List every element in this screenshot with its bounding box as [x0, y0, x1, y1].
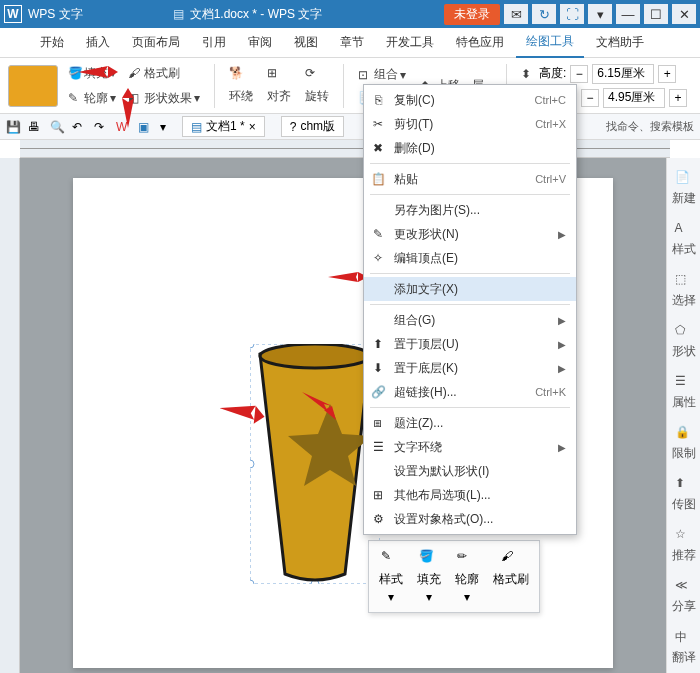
mini-format-painter[interactable]: 🖌格式刷 [487, 545, 535, 608]
side-style[interactable]: A样式 [672, 221, 696, 258]
maximize-button[interactable]: ☐ [644, 4, 668, 24]
ctx-组合G[interactable]: 组合(G)▶ [364, 308, 576, 332]
search-hint[interactable]: 找命令、搜索模板 [606, 119, 694, 134]
ctx-设置对象格式[interactable]: ⚙设置对象格式(O)... [364, 507, 576, 531]
preview-icon[interactable]: 🔍 [50, 120, 64, 134]
tab-drawing-tools[interactable]: 绘图工具 [516, 27, 584, 58]
side-rec[interactable]: ☆推荐 [672, 527, 696, 564]
ctx-更改形状N[interactable]: ✎更改形状(N)▶ [364, 222, 576, 246]
redo-icon[interactable]: ↷ [94, 120, 108, 134]
upload-icon: ⬆ [675, 476, 693, 494]
align-label[interactable]: 对齐 [263, 86, 295, 107]
print-icon[interactable]: 🖶 [28, 120, 42, 134]
msg-icon[interactable]: ✉ [504, 4, 528, 24]
ctx-另存为图片S[interactable]: 另存为图片(S)... [364, 198, 576, 222]
svg-point-9 [260, 344, 370, 368]
cut-icon: ✂ [370, 116, 386, 132]
ctx-label: 粘贴 [394, 171, 418, 188]
ctx-label: 添加文字(X) [394, 281, 458, 298]
doc-tab-1[interactable]: ▤ 文档1 * × [182, 116, 265, 137]
width-input[interactable] [603, 88, 665, 108]
side-new[interactable]: 📄新建 [672, 170, 696, 207]
tab-reference[interactable]: 引用 [192, 28, 236, 57]
mini-fill[interactable]: 🪣填充 ▾ [411, 545, 447, 608]
wrap-label[interactable]: 环绕 [225, 86, 257, 107]
doc-tab-2[interactable]: ? chm版 [281, 116, 344, 137]
dropdown-icon[interactable]: ▾ [588, 4, 612, 24]
layout-icon: ⊞ [370, 487, 386, 503]
side-props[interactable]: ☰属性 [672, 374, 696, 411]
qat-dropdown[interactable]: ▾ [160, 120, 166, 134]
tab-doc-helper[interactable]: 文档助手 [586, 28, 654, 57]
side-shape[interactable]: ⬠形状 [672, 323, 696, 360]
tab-home[interactable]: 开始 [30, 28, 74, 57]
fill-button[interactable]: 🪣填充 ▾ [64, 63, 120, 84]
height-minus[interactable]: − [570, 65, 588, 83]
expand-icon[interactable]: ⛶ [560, 4, 584, 24]
shape-icon: ⬠ [675, 323, 693, 341]
tab-chapter[interactable]: 章节 [330, 28, 374, 57]
height-input[interactable] [592, 64, 654, 84]
group-button[interactable]: ⊡组合 ▾ [354, 64, 410, 85]
share-icon: ≪ [675, 578, 693, 596]
tab-review[interactable]: 审阅 [238, 28, 282, 57]
width-plus[interactable]: + [669, 89, 687, 107]
side-translate[interactable]: 中翻译 [672, 629, 696, 666]
shape-preview[interactable] [8, 65, 58, 107]
width-minus[interactable]: − [581, 89, 599, 107]
login-pill[interactable]: 未登录 [444, 4, 500, 25]
outline-button[interactable]: ✎轮廓 ▾ [64, 88, 120, 109]
side-select[interactable]: ⬚选择 [672, 272, 696, 309]
menu-separator [370, 407, 570, 408]
chm-icon: ? [290, 120, 297, 134]
wps-red-icon[interactable]: W [116, 120, 130, 134]
mini-outline[interactable]: ✏轮廓 ▾ [449, 545, 485, 608]
sync-icon[interactable]: ↻ [532, 4, 556, 24]
style-pen-icon: ✎ [381, 549, 401, 569]
side-limit[interactable]: 🔒限制 [672, 425, 696, 462]
cube-icon[interactable]: ▣ [138, 120, 152, 134]
ctx-超链接H[interactable]: 🔗超链接(H)...Ctrl+K [364, 380, 576, 404]
close-button[interactable]: ✕ [672, 4, 696, 24]
ctx-粘贴[interactable]: 📋粘贴Ctrl+V [364, 167, 576, 191]
side-upload[interactable]: ⬆传图 [672, 476, 696, 513]
mini-style[interactable]: ✎样式 ▾ [373, 545, 409, 608]
undo-icon[interactable]: ↶ [72, 120, 86, 134]
rotate-label[interactable]: 旋转 [301, 86, 333, 107]
paste-icon: 📋 [370, 171, 386, 187]
align-icon: ⊞ [267, 66, 281, 80]
rotate-button[interactable]: ⟳ [301, 64, 333, 82]
delete-icon: ✖ [370, 140, 386, 156]
wrap-button[interactable]: 🐕 [225, 64, 257, 82]
ctx-题注Z[interactable]: 🗉题注(Z)... [364, 411, 576, 435]
ctx-编辑顶点E[interactable]: ✧编辑顶点(E) [364, 246, 576, 270]
ctx-设置为默认形[interactable]: 设置为默认形状(I) [364, 459, 576, 483]
ctx-文字环绕[interactable]: ☰文字环绕▶ [364, 435, 576, 459]
ctx-其他布局选项[interactable]: ⊞其他布局选项(L)... [364, 483, 576, 507]
tab-view[interactable]: 视图 [284, 28, 328, 57]
tab-page-layout[interactable]: 页面布局 [122, 28, 190, 57]
shape-effect-button[interactable]: ◧形状效果 ▾ [124, 88, 204, 109]
tab-insert[interactable]: 插入 [76, 28, 120, 57]
side-share[interactable]: ≪分享 [672, 578, 696, 615]
format-painter-button[interactable]: 🖌格式刷 [124, 63, 184, 84]
align-button[interactable]: ⊞ [263, 64, 295, 82]
close-tab-icon[interactable]: × [249, 120, 256, 134]
ctx-置于底层K[interactable]: ⬇置于底层(K)▶ [364, 356, 576, 380]
ctx-置于顶层U[interactable]: ⬆置于顶层(U)▶ [364, 332, 576, 356]
svg-point-1 [250, 344, 254, 348]
minimize-button[interactable]: — [616, 4, 640, 24]
ctx-删除D[interactable]: ✖删除(D) [364, 136, 576, 160]
ctx-剪切T[interactable]: ✂剪切(T)Ctrl+X [364, 112, 576, 136]
ruler-vertical[interactable] [0, 158, 20, 673]
cup-shape[interactable] [250, 344, 380, 584]
height-plus[interactable]: + [658, 65, 676, 83]
tab-special[interactable]: 特色应用 [446, 28, 514, 57]
tab-dev-tools[interactable]: 开发工具 [376, 28, 444, 57]
ctx-添加文字X[interactable]: 添加文字(X) [364, 277, 576, 301]
ctx-复制C[interactable]: ⎘复制(C)Ctrl+C [364, 88, 576, 112]
shortcut: Ctrl+X [535, 118, 566, 130]
submenu-arrow-icon: ▶ [558, 363, 566, 374]
app-name: WPS 文字 [28, 6, 83, 23]
save-icon[interactable]: 💾 [6, 120, 20, 134]
